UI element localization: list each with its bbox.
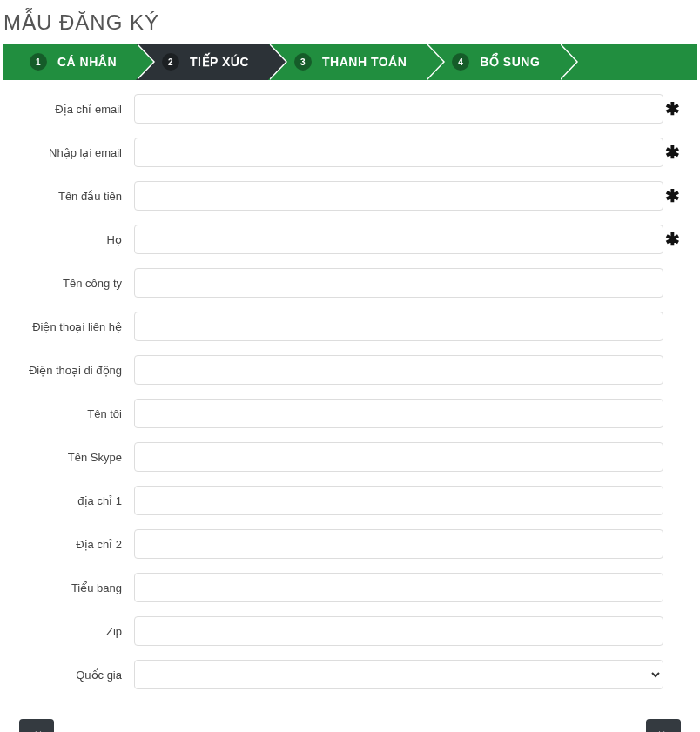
step-number: 1	[30, 53, 47, 71]
input-state[interactable]	[134, 573, 663, 602]
step-number: 3	[294, 53, 312, 71]
field-mobile-phone: Điện thoại di động	[12, 355, 681, 385]
label-email: Địa chỉ email	[12, 103, 134, 116]
prev-button[interactable]	[19, 719, 54, 732]
input-contact-phone[interactable]	[134, 312, 663, 341]
field-address2: Địa chỉ 2	[12, 529, 681, 559]
registration-form: Địa chỉ email ✱ Nhập lại email ✱ Tên đầu…	[3, 91, 697, 714]
label-country: Quốc gia	[12, 668, 134, 682]
label-zip: Zip	[12, 625, 134, 638]
label-address2: Địa chỉ 2	[12, 538, 134, 551]
input-first-name[interactable]	[134, 181, 663, 211]
input-address1[interactable]	[134, 486, 663, 515]
label-last-name: Họ	[12, 233, 134, 246]
step-additional[interactable]: 4 BỔ SUNG	[426, 44, 559, 80]
step-label: THANH TOÁN	[322, 55, 407, 69]
page-title: MẪU ĐĂNG KÝ	[3, 10, 697, 35]
input-last-name[interactable]	[134, 225, 663, 254]
field-country: Quốc gia	[12, 660, 681, 689]
chevron-double-right-icon	[656, 727, 671, 733]
label-company: Tên công ty	[12, 277, 134, 290]
label-first-name: Tên đầu tiên	[12, 190, 134, 203]
label-address1: địa chỉ 1	[12, 494, 134, 507]
label-skype: Tên Skype	[12, 451, 134, 464]
field-contact-phone: Điện thoại liên hệ	[12, 312, 681, 341]
field-skype: Tên Skype	[12, 442, 681, 472]
step-number: 4	[452, 53, 469, 71]
required-marker: ✱	[663, 185, 681, 206]
step-label: BỔ SUNG	[480, 55, 540, 69]
label-contact-phone: Điện thoại liên hệ	[12, 320, 134, 333]
label-mobile-phone: Điện thoại di động	[12, 364, 134, 377]
next-button[interactable]	[646, 719, 681, 732]
step-payment[interactable]: 3 THANH TOÁN	[268, 44, 426, 80]
required-marker: ✱	[663, 229, 681, 250]
field-company: Tên công ty	[12, 268, 681, 298]
steps-tail	[559, 44, 697, 80]
input-email[interactable]	[134, 94, 663, 124]
input-zip[interactable]	[134, 616, 663, 646]
field-zip: Zip	[12, 616, 681, 646]
field-address1: địa chỉ 1	[12, 486, 681, 515]
step-label: TIẾP XÚC	[190, 55, 249, 69]
required-marker: ✱	[663, 98, 681, 119]
label-email-confirm: Nhập lại email	[12, 146, 134, 159]
input-email-confirm[interactable]	[134, 138, 663, 167]
field-email: Địa chỉ email ✱	[12, 94, 681, 124]
field-state: Tiểu bang	[12, 573, 681, 602]
input-mobile-phone[interactable]	[134, 355, 663, 385]
field-email-confirm: Nhập lại email ✱	[12, 138, 681, 167]
input-address2[interactable]	[134, 529, 663, 559]
label-my-name: Tên tôi	[12, 407, 134, 420]
step-personal[interactable]: 1 CÁ NHÂN	[3, 44, 136, 80]
field-first-name: Tên đầu tiên ✱	[12, 181, 681, 211]
input-company[interactable]	[134, 268, 663, 298]
step-number: 2	[162, 53, 179, 71]
step-contact[interactable]: 2 TIẾP XÚC	[136, 44, 268, 80]
field-last-name: Họ ✱	[12, 225, 681, 254]
input-skype[interactable]	[134, 442, 663, 472]
steps-wizard: 1 CÁ NHÂN 2 TIẾP XÚC 3 THANH TOÁN 4 BỔ S…	[3, 44, 697, 80]
label-state: Tiểu bang	[12, 581, 134, 594]
input-my-name[interactable]	[134, 399, 663, 428]
step-label: CÁ NHÂN	[57, 55, 117, 69]
nav-buttons	[3, 714, 697, 732]
required-marker: ✱	[663, 142, 681, 163]
chevron-double-left-icon	[29, 727, 44, 733]
select-country[interactable]	[134, 660, 663, 689]
field-my-name: Tên tôi	[12, 399, 681, 428]
